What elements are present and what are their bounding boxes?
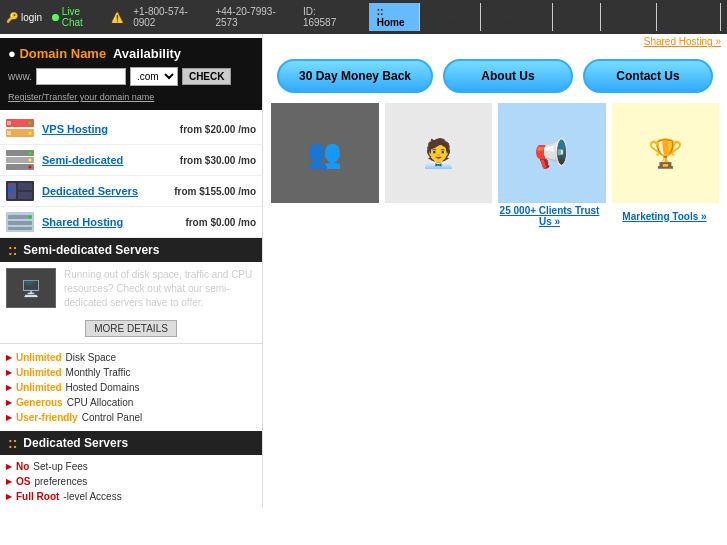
feature-generous-cpu: Generous CPU Allocation: [0, 395, 262, 410]
hosting-options-list: VPS Hosting from $20.00 /mo: [0, 114, 262, 238]
unlimited-disk-bold: Unlimited: [16, 352, 62, 363]
dedicated-price-from: from: [174, 186, 196, 197]
about-us-button[interactable]: About Us: [443, 59, 573, 93]
svg-rect-19: [8, 221, 32, 225]
semi-hosting-name: Semi-dedicated: [42, 154, 172, 166]
clients-trust-link[interactable]: 25 000+ Clients Trust Us »: [495, 205, 604, 227]
svg-rect-14: [18, 183, 32, 190]
feature-no-setup: No Set-up Fees: [0, 459, 262, 474]
svg-point-4: [29, 122, 32, 125]
people-image: 👥: [271, 103, 379, 203]
live-dot: [52, 14, 59, 21]
feature-os-preferences: OS preferences: [0, 474, 262, 489]
dedicated-hosting-name: Dedicated Servers: [42, 185, 166, 197]
topbar: 🔑 login Live Chat ⚠️ +1-800-574-0902 +44…: [0, 0, 727, 34]
sidebar: ● Domain Name Availability www. .com .ne…: [0, 34, 263, 508]
svg-rect-18: [8, 215, 32, 219]
nav-products[interactable]: :: Products: [420, 3, 481, 31]
hosting-option-semi[interactable]: Semi-dedicated from $30.00 /mo: [0, 145, 262, 176]
dedicated-section-title: Dedicated Servers: [23, 436, 128, 450]
domain-row: www. .com .net .org .info CHECK: [8, 67, 254, 86]
man-image: 🧑‍💼: [385, 103, 493, 203]
vps-hosting-name: VPS Hosting: [42, 123, 172, 135]
svg-point-21: [29, 216, 32, 219]
contact-us-button[interactable]: Contact Us: [583, 59, 713, 93]
clients-trust-label: 25 000+ Clients Trust Us »: [495, 205, 604, 227]
semi-dedicated-content: 🖥️ Running out of disk space, traffic an…: [6, 268, 256, 310]
domain-title-highlight: Domain Name: [19, 46, 106, 61]
marketing-tools-link[interactable]: Marketing Tools »: [610, 205, 719, 227]
dedicated-price: $155.00: [199, 186, 235, 197]
feature-user-friendly: User-friendly Control Panel: [0, 410, 262, 425]
svg-point-10: [29, 159, 32, 162]
vps-price: $20.00: [205, 124, 236, 135]
server-image: 🖥️: [6, 268, 56, 308]
feature-unlimited-disk: Unlimited Disk Space: [0, 350, 262, 365]
money-back-button[interactable]: 30 Day Money Back: [277, 59, 433, 93]
no-bold: No: [16, 461, 29, 472]
www-label: www.: [8, 71, 32, 82]
shared-per: /mo: [238, 217, 256, 228]
semi-icon: [6, 150, 34, 170]
svg-point-11: [29, 166, 32, 169]
dedicated-per: /mo: [238, 186, 256, 197]
dedicated-hosting-price: from $155.00 /mo: [174, 186, 256, 197]
vps-price-from: from: [180, 124, 202, 135]
domain-title: ● Domain Name Availability: [8, 46, 254, 61]
live-chat-indicator[interactable]: Live Chat: [52, 6, 101, 28]
login-label: login: [21, 12, 42, 23]
semi-dedicated-body: 🖥️ Running out of disk space, traffic an…: [0, 262, 262, 344]
svg-point-5: [29, 132, 32, 135]
shared-hosting-name: Shared Hosting: [42, 216, 177, 228]
domain-box: ● Domain Name Availability www. .com .ne…: [0, 38, 262, 110]
semi-hosting-price: from $30.00 /mo: [180, 155, 256, 166]
action-buttons-row: 30 Day Money Back About Us Contact Us: [263, 49, 727, 99]
semi-per: /mo: [238, 155, 256, 166]
login-link[interactable]: 🔑 login: [6, 12, 42, 23]
semi-price-from: from: [180, 155, 202, 166]
nav-home[interactable]: :: Home: [369, 3, 420, 31]
warning-icon: ⚠️: [111, 12, 123, 23]
marketing-tools-label: Marketing Tools »: [622, 211, 706, 222]
check-domain-button[interactable]: CHECK: [182, 68, 232, 85]
semi-dedicated-description: Running out of disk space, traffic and C…: [64, 268, 256, 310]
nav-support[interactable]: :: Support: [601, 3, 658, 31]
dedicated-features-list: No Set-up Fees OS preferences Full Root …: [0, 455, 262, 508]
phone1: +1-800-574-0902: [133, 6, 205, 28]
feature-unlimited-domains: Unlimited Hosted Domains: [0, 380, 262, 395]
domain-ext-select[interactable]: .com .net .org .info: [130, 67, 178, 86]
dedicated-icon: [6, 181, 34, 201]
os-bold: OS: [16, 476, 30, 487]
user-friendly-bold: User-friendly: [16, 412, 78, 423]
unlimited-domains-bold: Unlimited: [16, 382, 62, 393]
vps-hosting-price: from $20.00 /mo: [180, 124, 256, 135]
register-transfer-link[interactable]: Register/Transfer your domain name: [8, 92, 154, 102]
customer-id: ID: 169587: [303, 6, 349, 28]
full-root-bold: Full Root: [16, 491, 59, 502]
shared-price: $0.00: [210, 217, 235, 228]
live-chat-label: Live Chat: [62, 6, 101, 28]
nav-free-extras[interactable]: :: Free Extras: [481, 3, 553, 31]
svg-point-16: [8, 189, 12, 193]
banner-links-row: 25 000+ Clients Trust Us » Marketing Too…: [263, 203, 727, 229]
domain-input[interactable]: [36, 68, 126, 85]
vps-icon: [6, 119, 34, 139]
hosting-option-shared[interactable]: Shared Hosting from $0.00 /mo: [0, 207, 262, 238]
hosting-option-vps[interactable]: VPS Hosting from $20.00 /mo: [0, 114, 262, 145]
banner-group-people: 👥: [271, 103, 379, 203]
svg-rect-15: [18, 192, 32, 199]
banner-businessman: 🧑‍💼: [385, 103, 493, 203]
main-content: Shared Hosting » 30 Day Money Back About…: [263, 34, 727, 508]
banner-trophy: 🏆: [612, 103, 720, 203]
shared-icon: [6, 212, 34, 232]
hosting-option-dedicated[interactable]: Dedicated Servers from $155.00 /mo: [0, 176, 262, 207]
shared-hosting-price: from $0.00 /mo: [185, 217, 256, 228]
shared-hosting-link-top[interactable]: Shared Hosting »: [263, 34, 727, 49]
banner-link-clients: [271, 205, 489, 227]
nav-company[interactable]: :: Company: [657, 3, 721, 31]
more-details-button[interactable]: MORE DETAILS: [85, 320, 177, 337]
phone2: +44-20-7993-2573: [215, 6, 292, 28]
nav-bar: :: Home :: Products :: Free Extras :: Or…: [369, 3, 721, 31]
nav-order[interactable]: :: Order: [553, 3, 601, 31]
feature-full-root: Full Root -level Access: [0, 489, 262, 504]
